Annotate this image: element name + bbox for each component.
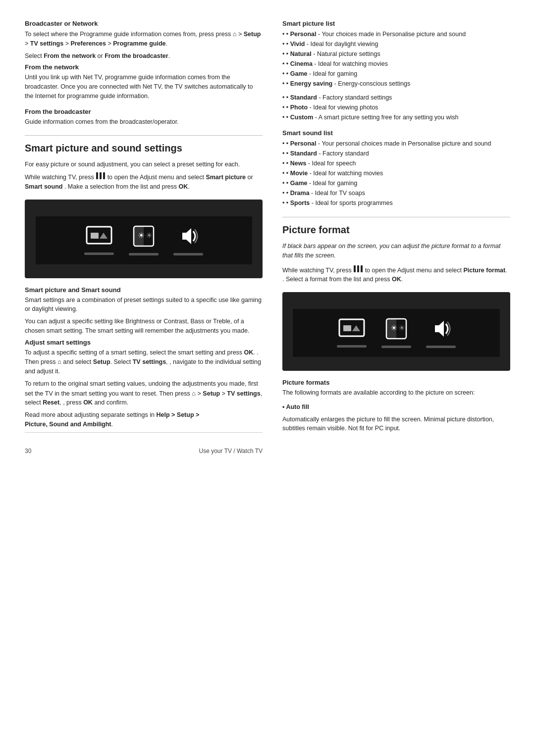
picture-format-body: While watching TV, press to open the Adj…	[282, 265, 510, 285]
smart-icon-group: ☀ ☀	[129, 225, 159, 255]
smart-sound-list-section: Smart sound list • Personal - Your perso…	[282, 129, 510, 208]
pf-smart-icon-group: ☀ ☀	[381, 318, 411, 348]
page: Broadcaster or Network To select where t…	[0, 0, 535, 756]
page-number: 30	[25, 448, 31, 454]
pf-body-pre: While watching TV, press	[282, 267, 352, 274]
list-item: • Vivid - Ideal for daylight viewing	[282, 39, 510, 49]
broadcaster-body1: To select where the Programme guide info…	[25, 31, 214, 38]
pf-picture-icon	[338, 318, 365, 339]
smart-intro: For easy picture or sound adjustment, yo…	[25, 160, 263, 169]
svg-rect-8	[339, 319, 364, 336]
read-more-para: Read more about adjusting separate setti…	[25, 410, 263, 429]
picture-format-italic: If black bars appear on the screen, you …	[282, 242, 510, 260]
smart-pic-list-heading: Smart picture list	[282, 20, 510, 27]
pf-body-post: . Select a format from the list and pres…	[282, 276, 390, 283]
list-item: • Sports - Ideal for sports programmes	[282, 198, 510, 208]
pf-picture-bar	[337, 345, 367, 348]
list-item: • Game - Ideal for gaming	[282, 178, 510, 188]
right-column: Smart picture list • Personal - Your cho…	[282, 20, 510, 736]
setup-path: > Setup > TV settings	[198, 390, 261, 397]
list-item: • Drama - Ideal for TV soaps	[282, 188, 510, 198]
pf-body-mid: to open the Adjust menu and select	[365, 267, 464, 274]
from-broadcaster-bold: From the broadcaster	[105, 52, 168, 59]
auto-fill-section: • Auto fill Automatically enlarges the p…	[282, 403, 510, 433]
sound-icon	[177, 225, 199, 247]
footer: 30 Use your TV / Watch TV	[25, 432, 263, 454]
list-item: • News - Ideal for speech	[282, 158, 510, 168]
picture-format-title: Picture format	[282, 224, 510, 236]
picture-bar	[84, 252, 114, 255]
broadcaster-section: Broadcaster or Network To select where t…	[25, 20, 263, 60]
svg-marker-7	[182, 228, 191, 244]
picture-formats-body: The following formats are available acco…	[282, 388, 510, 398]
from-network-section: From the network Until you link up with …	[25, 63, 263, 126]
adjust-icon	[96, 172, 106, 179]
ok2-bold: OK	[244, 349, 254, 356]
sound-icon-group	[173, 225, 203, 255]
svg-rect-9	[343, 325, 351, 331]
svg-rect-0	[87, 227, 111, 244]
smart-sound-body2: You can adjust a specific setting like B…	[25, 317, 263, 336]
list-item: • Movie - Ideal for watching movies	[282, 168, 510, 178]
smart-sound-bold: Smart sound	[25, 183, 62, 190]
setup1-bold: Setup	[93, 358, 110, 365]
picture-format-image: ☀ ☀	[282, 292, 510, 371]
from-network-body: Until you link up with Net TV, programme…	[25, 73, 263, 101]
smart-bar	[129, 253, 159, 255]
svg-text:☀: ☀	[390, 324, 397, 332]
smart-sound-list-heading: Smart sound list	[282, 129, 510, 137]
tv-screen: ☀ ☀	[36, 216, 252, 264]
help-setup: Help > Setup >	[156, 411, 199, 418]
smart-adjust-post: . Make a selection from the list and pre…	[64, 183, 179, 190]
reset-bold: Reset	[43, 399, 59, 406]
smart-adjust-line: While watching TV, press to open the Adj…	[25, 172, 263, 192]
smart-picture-image: ☀ ☀	[25, 200, 263, 278]
broadcaster-body: To select where the Programme guide info…	[25, 29, 263, 49]
tv-settings1-bold: TV settings	[133, 358, 166, 365]
picture-formats-heading: Picture formats	[282, 379, 510, 386]
adjust-body6-para: To return to the original smart setting …	[25, 379, 263, 407]
list-item: • Energy saving - Energy-conscious setti…	[282, 79, 510, 89]
left-column: Broadcaster or Network To select where t…	[25, 20, 263, 736]
ok-pf-bold: OK	[392, 276, 401, 283]
adjust-section: Adjust smart settings To adjust a specif…	[25, 339, 263, 429]
adjust-body1-para: To adjust a specific setting of a smart …	[25, 348, 263, 376]
home-icon-3: ⌂	[192, 389, 196, 399]
svg-text:☀: ☀	[398, 324, 405, 332]
adjust-heading: Adjust smart settings	[25, 339, 263, 346]
pf-smart-icon: ☀ ☀	[385, 318, 407, 340]
pf-picture-icon-group	[337, 318, 367, 348]
adjust-icon-right	[353, 265, 363, 272]
pf-tv-screen: ☀ ☀	[293, 309, 500, 357]
smart-sound-list: • Personal - Your personal choices made …	[282, 139, 510, 208]
or-text: or	[247, 174, 253, 181]
adjust-body8: , press	[63, 399, 82, 406]
auto-fill-heading: • Auto fill	[282, 403, 309, 410]
list-item: • Personal - Your choices made in Person…	[282, 29, 510, 39]
smart-adjust-pre: While watching TV, press	[25, 174, 94, 181]
smart-icon: ☀ ☀	[133, 225, 155, 247]
from-network-heading: From the network	[25, 63, 263, 71]
svg-text:☀: ☀	[138, 231, 145, 240]
pf-sound-icon	[430, 318, 452, 340]
list-item: • Game - Ideal for gaming	[282, 69, 510, 79]
ok3-bold: OK	[83, 399, 93, 406]
divider-right	[282, 217, 510, 217]
picture-formats-section: Picture formats The following formats ar…	[282, 379, 510, 398]
home-icon-2: ⌂	[57, 357, 61, 367]
picture-icon	[86, 226, 112, 247]
pf-sound-icon-group	[426, 318, 456, 348]
pf-smart-bar	[381, 346, 411, 348]
ok1-bold: OK	[179, 183, 188, 190]
list-item: • Custom - A smart picture setting free …	[282, 112, 510, 122]
list-item: • Standard - Factory standard	[282, 149, 510, 158]
smart-pic-list-section: Smart picture list • Personal - Your cho…	[282, 20, 510, 122]
list-item: • Standard - Factory standard settings	[282, 93, 510, 102]
read-more-pre: Read more about adjusting separate setti…	[25, 411, 155, 418]
smart-sound-section: Smart picture and Smart sound Smart sett…	[25, 286, 263, 336]
list-item: • Cinema - Ideal for watching movies	[282, 59, 510, 69]
page-label: Use your TV / Watch TV	[199, 448, 263, 454]
svg-text:☀: ☀	[146, 231, 153, 240]
smart-section-title: Smart picture and sound settings	[25, 143, 263, 154]
smart-picture-bold: Smart picture	[206, 174, 246, 181]
